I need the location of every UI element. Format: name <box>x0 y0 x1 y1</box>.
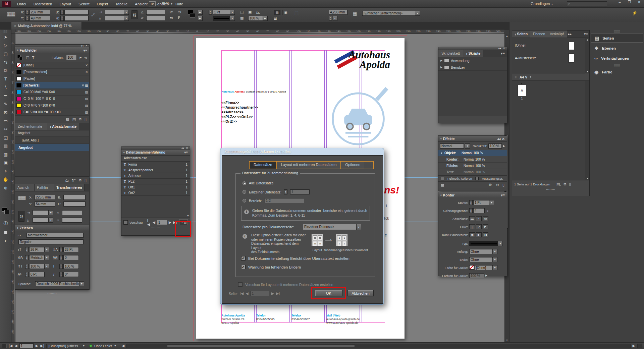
start-dropdown[interactable]: Ohne <box>469 249 493 254</box>
first-page-icon[interactable]: |◀ <box>240 291 244 296</box>
master-page-row[interactable]: A-Musterseite <box>512 53 585 65</box>
panel-resize-grip[interactable]: ▪▪▪▪▪▪▪▪ <box>15 292 89 294</box>
reference-point-icon[interactable]: ▦▦ <box>7 11 15 17</box>
end-dropdown[interactable]: Ohne <box>469 257 493 262</box>
merge-field-placeholder[interactable]: <<Ansprechpartner>> <box>221 105 258 110</box>
collapse-icon[interactable]: ◂◂ <box>497 137 501 141</box>
single-record-field[interactable]: 1 <box>290 189 310 194</box>
single-record-stepper[interactable]: ▲▼ <box>284 189 287 194</box>
gap-tint-dd-icon[interactable]: ▶ <box>485 274 487 277</box>
swatch-row[interactable]: [Schwarz]✕ ▨ <box>15 82 89 89</box>
tint-field[interactable]: 100 % <box>248 16 263 21</box>
cap-round-icon[interactable]: ◖ <box>476 216 482 221</box>
height-stepper[interactable]: ▲▼ <box>60 16 64 21</box>
scale-y-field[interactable] <box>105 16 124 21</box>
constrain-proportions-icon[interactable]: 🔗︎ <box>91 12 95 17</box>
effects-row[interactable]: Kontur:Normal 100 % <box>438 156 507 163</box>
tab-seiten[interactable]: ⬨ Seiten <box>512 31 530 38</box>
stroke-weight-dd[interactable]: ▼ <box>230 10 235 15</box>
effects-row[interactable]: ▼Objekt:Normal 100 % <box>438 150 507 156</box>
new-style-icon[interactable]: ¶⁺ <box>72 178 76 182</box>
dock-item-ebenen[interactable]: ❖Ebenen <box>591 44 643 53</box>
dialog-tab-2[interactable]: Layout mit mehreren Datensätzen <box>277 162 341 169</box>
cap-projecting-icon[interactable]: ▭ <box>483 216 488 221</box>
selection-tool[interactable]: ➤ <box>0 33 11 41</box>
font-style-field[interactable]: Regular <box>18 239 84 244</box>
horizontal-scrollbar[interactable] <box>126 344 630 348</box>
tint-dd[interactable]: ▶ <box>263 16 268 21</box>
opacity-dd-icon[interactable]: ▶ <box>503 144 505 148</box>
new-page-icon[interactable]: ⧉ <box>564 182 566 186</box>
workspace-switcher[interactable]: Grundlagen ▼ <box>531 2 553 6</box>
ok-button[interactable]: OK <box>315 290 342 296</box>
corner-stepper[interactable]: ▲▼ <box>329 16 332 21</box>
miter-field[interactable]: 4 <box>473 208 485 213</box>
new-swatch-icon[interactable]: ⧉ <box>79 117 82 121</box>
scale-x-field[interactable] <box>105 10 124 15</box>
flip-horizontal-icon[interactable]: ⇋ <box>170 16 173 20</box>
isolate-blending-checkbox[interactable] <box>441 177 444 180</box>
collapse-icon[interactable]: ◂◂ <box>80 45 83 47</box>
scale-x-dd[interactable]: ▼ <box>124 10 129 15</box>
object-style-dd[interactable]: ▼ <box>415 11 420 16</box>
rotate-cw-icon[interactable]: ⟳ <box>170 10 173 14</box>
seite-field[interactable]: 1 <box>251 291 269 296</box>
tab-absatzformate[interactable]: ⬨ Absatzformate <box>47 123 79 130</box>
textwrap-around-icon[interactable]: ▣ <box>282 10 289 15</box>
style-group-icon[interactable]: 🗀 <box>65 178 69 182</box>
merge-fields-block[interactable]: <<Firma>><<Ansprechpartner>><<Adresse>><… <box>221 100 258 124</box>
formatting-text-icon[interactable]: ⓣ <box>0 219 11 228</box>
panel-collapse-icon[interactable]: ⬨ <box>17 49 18 52</box>
miter-stepper[interactable]: ▲▼ <box>469 208 473 213</box>
datamerge-field-row[interactable]: TAnsprechpartner1 <box>121 167 190 173</box>
stroke-weight-field[interactable]: 1 Pt <box>473 200 489 205</box>
merge-field-placeholder[interactable]: <<Ort2>> <box>221 119 258 124</box>
datamerge-dragbar[interactable]: ◂◂✕ <box>121 147 190 150</box>
minimize-button[interactable]: – <box>615 0 625 5</box>
pen-tool[interactable]: ✒ <box>0 92 11 100</box>
menu-ansicht[interactable]: Ansicht <box>131 1 151 7</box>
tracking-field[interactable]: 0 <box>63 255 79 260</box>
record-number-field[interactable]: 1 <box>157 220 167 225</box>
constrain-icon[interactable]: ⛓︎ <box>18 211 24 222</box>
menu-bearbeiten[interactable]: Bearbeiten <box>30 1 56 7</box>
weight-stepper[interactable]: ▲▼ <box>469 200 473 205</box>
zoom-tool[interactable]: ⊕ <box>0 184 11 192</box>
rotation-field[interactable] <box>146 10 165 15</box>
datamerge-field-row[interactable]: TOrt21 <box>121 190 190 196</box>
effects-icon[interactable]: ▣ <box>248 10 252 14</box>
effects-row[interactable]: Fläche:Normal 100 % <box>438 163 507 169</box>
twirl-icon[interactable]: ▼ <box>440 152 443 154</box>
text-format-icon[interactable]: T <box>32 56 34 60</box>
dock-item-farbe[interactable]: ◉Farbe <box>591 67 643 76</box>
panel-menu-icon[interactable]: ▾≡ <box>501 193 505 197</box>
dialog-tab-1[interactable]: Datensätze <box>250 162 277 169</box>
clear-effects-icon[interactable]: ⊘ <box>496 183 499 187</box>
horizontal-ruler[interactable]: 1801701601501401301201101009080706050403… <box>15 30 504 34</box>
width-field[interactable] <box>64 10 89 15</box>
prev-page-icon[interactable]: ◀ <box>14 344 17 348</box>
script-folder-row[interactable]: ▶Benutzer <box>438 64 507 71</box>
per-page-dropdown[interactable]: Einzelner Datensatz ▼ <box>303 224 361 230</box>
hand-tool[interactable]: ✋ <box>0 175 11 184</box>
delete-icon[interactable]: ▯ <box>502 183 504 187</box>
merge-field-placeholder[interactable]: <<PLZ>> <<Ort1>> <box>221 114 258 119</box>
preview-multi-checkbox[interactable] <box>238 282 243 287</box>
close-icon[interactable]: × <box>14 24 16 28</box>
swatch-row[interactable]: [Papier] <box>15 75 89 82</box>
twirl-icon[interactable]: ▶ <box>440 59 442 62</box>
radio-all-records[interactable] <box>243 181 246 185</box>
object-style-dropdown[interactable]: [Einfacher Grafikrahmen]+ <box>362 11 415 16</box>
datamerge-field-row[interactable]: TAdresse1 <box>121 173 190 179</box>
effects-row[interactable]: Text:Normal 100 % <box>438 169 507 175</box>
panel-resize-grip[interactable]: ▪▪▪▪▪▪▪▪ <box>121 227 190 229</box>
width-stepper[interactable]: ▲▼ <box>60 10 64 15</box>
dialog-tab-3[interactable]: Optionen <box>341 162 364 169</box>
menu-layout[interactable]: Layout <box>56 1 75 7</box>
scripts-dragbar[interactable]: ◂◂✕ <box>438 47 507 50</box>
frame-fitting-icon[interactable]: ⬚ <box>240 10 244 14</box>
prev-page-icon[interactable]: ◀ <box>246 291 248 296</box>
tab-zeichenformate[interactable]: Zeichenformate <box>15 123 47 130</box>
tab-pathfin[interactable]: Pathfin <box>35 184 54 191</box>
close-icon[interactable]: ✕ <box>503 47 505 50</box>
